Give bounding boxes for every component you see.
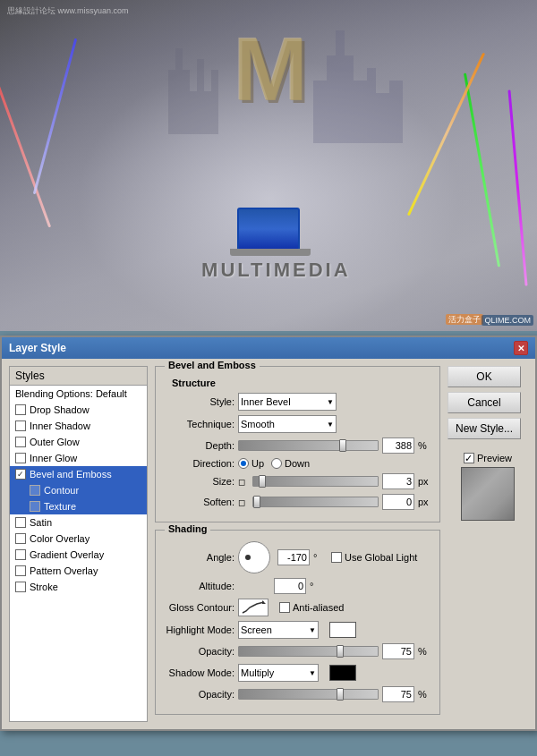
soften-icon: ◻	[238, 497, 249, 507]
ok-button[interactable]: OK	[448, 366, 521, 387]
soften-slider[interactable]	[252, 497, 379, 507]
style-dropdown[interactable]: Inner Bevel ▼	[238, 393, 337, 411]
size-icon: ◻	[238, 476, 249, 487]
satin-checkbox[interactable]	[15, 517, 26, 528]
anti-aliased-label[interactable]: Anti-aliased	[279, 602, 344, 613]
depth-slider[interactable]	[238, 440, 379, 451]
highlight-mode-label: Highlight Mode:	[163, 624, 234, 635]
outer-glow-checkbox[interactable]	[15, 437, 26, 447]
technique-row: Technique: Smooth ▼	[163, 415, 432, 433]
blending-options-item[interactable]: Blending Options: Default	[10, 386, 147, 402]
anti-aliased-checkbox[interactable]	[279, 602, 290, 613]
highlight-color-swatch[interactable]	[329, 622, 356, 638]
contour-checkbox[interactable]	[30, 485, 40, 496]
shadow-opacity-unit: %	[418, 689, 432, 700]
shadow-mode-label: Shadow Mode:	[163, 667, 234, 678]
styles-panel-header: Styles	[10, 367, 147, 386]
highlight-mode-dropdown[interactable]: Screen ▼	[238, 621, 319, 639]
direction-up-radio[interactable]: Up	[238, 458, 264, 469]
direction-row: Direction: Up Down	[163, 458, 432, 469]
watermark-top-left: 思緣設計论坛 www.missyuan.com	[7, 5, 129, 17]
close-button[interactable]: ✕	[514, 341, 528, 355]
canvas-preview: M MULTIMEDIA 思緣設計论坛 www.missyuan.com 活力盒…	[0, 0, 537, 331]
texture-checkbox[interactable]	[30, 501, 40, 512]
pattern-overlay-item[interactable]: Pattern Overlay	[10, 563, 147, 579]
direction-down-btn[interactable]	[271, 458, 282, 469]
altitude-unit: °	[310, 581, 324, 591]
stroke-item[interactable]: Stroke	[10, 579, 147, 595]
drop-shadow-item[interactable]: Drop Shadow	[10, 402, 147, 418]
size-row: Size: ◻ px	[163, 473, 432, 489]
highlight-opacity-slider-container: %	[238, 643, 432, 659]
direction-up-btn[interactable]	[238, 458, 249, 469]
highlight-mode-row: Highlight Mode: Screen ▼	[163, 621, 432, 639]
size-input[interactable]	[382, 473, 414, 489]
gloss-contour-label: Gloss Contour:	[163, 602, 234, 613]
pattern-overlay-checkbox[interactable]	[15, 565, 26, 576]
shadow-opacity-slider-container: %	[238, 686, 432, 702]
shading-section-title: Shading	[165, 523, 210, 534]
structure-title: Structure	[172, 378, 432, 388]
layer-style-dialog: Layer Style ✕ Styles Blending Options: D…	[0, 336, 537, 731]
drop-shadow-checkbox[interactable]	[15, 404, 26, 415]
inner-shadow-item[interactable]: Inner Shadow	[10, 418, 147, 434]
cancel-button[interactable]: Cancel	[448, 392, 521, 413]
watermark-qlime: QLIME.COM	[482, 313, 533, 326]
depth-row: Depth: %	[163, 437, 432, 454]
right-panel: OK Cancel New Style... ✓ Preview	[448, 366, 528, 722]
altitude-label: Altitude:	[163, 581, 234, 591]
bevel-emboss-checkbox[interactable]	[15, 469, 26, 480]
bevel-emboss-section-title: Bevel and Emboss	[165, 360, 260, 370]
gloss-contour-row: Gloss Contour: Anti-aliased	[163, 599, 432, 616]
stroke-checkbox[interactable]	[15, 582, 26, 592]
angle-row: Angle: ° Use Global Light	[163, 541, 432, 573]
angle-unit: °	[313, 552, 328, 563]
highlight-opacity-input[interactable]	[382, 643, 414, 659]
preview-row: ✓ Preview	[448, 453, 528, 463]
size-slider[interactable]	[252, 476, 379, 487]
gradient-overlay-checkbox[interactable]	[15, 549, 26, 560]
direction-radio-group: Up Down	[238, 458, 310, 469]
size-label: Size:	[163, 476, 234, 487]
inner-glow-checkbox[interactable]	[15, 453, 26, 463]
style-label: Style:	[163, 396, 234, 407]
soften-slider-container: ◻ px	[238, 494, 432, 510]
gradient-overlay-item[interactable]: Gradient Overlay	[10, 547, 147, 563]
contour-item[interactable]: Contour	[10, 482, 147, 498]
depth-label: Depth:	[163, 440, 234, 451]
shadow-mode-dropdown[interactable]: Multiply ▼	[238, 664, 319, 682]
preview-checkbox[interactable]: ✓	[464, 453, 474, 463]
shadow-color-swatch[interactable]	[329, 665, 356, 681]
highlight-opacity-unit: %	[418, 646, 432, 657]
use-global-light-label[interactable]: Use Global Light	[331, 552, 417, 563]
soften-input[interactable]	[382, 494, 414, 510]
color-overlay-checkbox[interactable]	[15, 533, 26, 544]
angle-input[interactable]	[277, 549, 310, 565]
soften-unit: px	[418, 497, 432, 507]
highlight-opacity-slider[interactable]	[238, 646, 379, 657]
shadow-mode-row: Shadow Mode: Multiply ▼	[163, 664, 432, 682]
technique-dropdown-arrow: ▼	[327, 420, 334, 429]
technique-dropdown[interactable]: Smooth ▼	[238, 415, 337, 433]
new-style-button[interactable]: New Style...	[448, 418, 521, 439]
texture-item[interactable]: Texture	[10, 498, 147, 514]
angle-dial[interactable]	[238, 541, 270, 573]
bevel-emboss-section: Bevel and Emboss Structure Style: Inner …	[155, 366, 440, 522]
direction-down-radio[interactable]: Down	[271, 458, 310, 469]
satin-item[interactable]: Satin	[10, 514, 147, 531]
multimedia-label: MULTIMEDIA	[201, 259, 350, 282]
use-global-light-checkbox[interactable]	[331, 552, 342, 563]
outer-glow-item[interactable]: Outer Glow	[10, 434, 147, 450]
depth-input[interactable]	[382, 437, 414, 454]
depth-unit: %	[418, 440, 432, 451]
technique-label: Technique:	[163, 419, 234, 429]
bevel-emboss-item[interactable]: Bevel and Emboss	[10, 466, 147, 482]
gloss-contour-thumb[interactable]	[238, 599, 268, 616]
color-overlay-item[interactable]: Color Overlay	[10, 531, 147, 547]
shadow-opacity-slider[interactable]	[238, 689, 379, 700]
inner-glow-item[interactable]: Inner Glow	[10, 450, 147, 466]
shadow-opacity-input[interactable]	[382, 686, 414, 702]
altitude-input[interactable]	[274, 578, 306, 594]
inner-shadow-checkbox[interactable]	[15, 420, 26, 431]
size-unit: px	[418, 476, 432, 487]
